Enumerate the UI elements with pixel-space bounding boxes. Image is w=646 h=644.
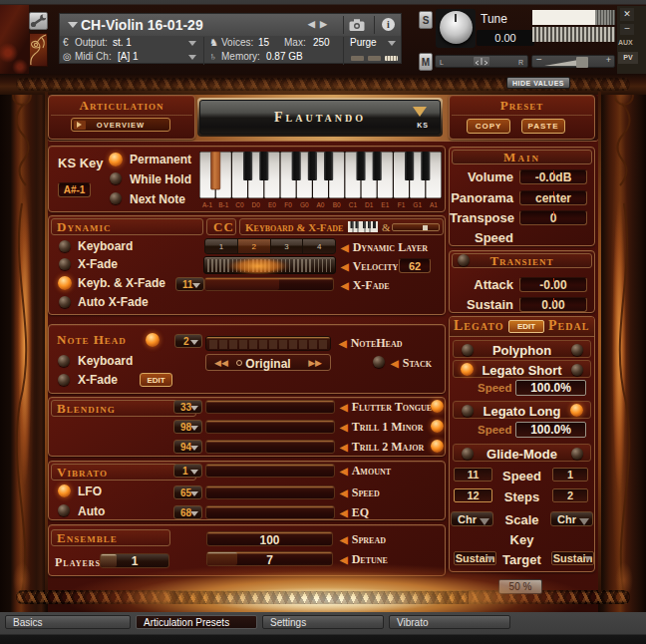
- svg-text:F1: F1: [398, 201, 406, 208]
- svg-text:D0: D0: [252, 201, 261, 208]
- svg-text:A1: A1: [430, 201, 438, 208]
- svg-text:C0: C0: [235, 201, 244, 208]
- svg-text:D1: D1: [365, 201, 374, 208]
- svg-text:G1: G1: [413, 201, 422, 208]
- svg-text:C1: C1: [349, 201, 358, 208]
- svg-text:A-1: A-1: [202, 201, 213, 208]
- svg-text:F0: F0: [284, 201, 292, 208]
- svg-text:&: &: [382, 221, 391, 233]
- svg-text:B-1: B-1: [218, 201, 229, 208]
- svg-text:G0: G0: [300, 201, 309, 208]
- svg-text:E1: E1: [381, 201, 389, 208]
- svg-text:A0: A0: [317, 201, 325, 208]
- svg-text:E0: E0: [268, 201, 276, 208]
- svg-text:B0: B0: [333, 201, 341, 208]
